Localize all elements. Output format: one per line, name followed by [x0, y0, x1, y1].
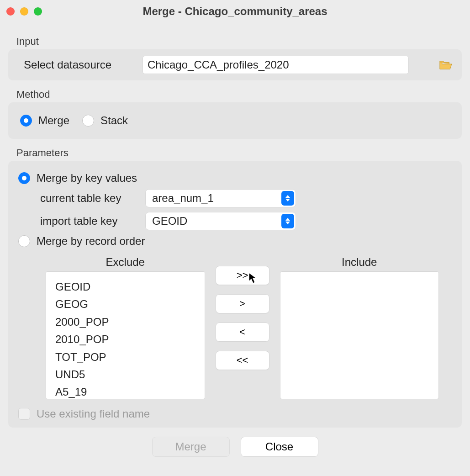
move-all-left-button[interactable]: <<	[216, 351, 269, 370]
maximize-window-icon[interactable]	[34, 7, 42, 16]
import-table-key-label: import table key	[40, 215, 136, 227]
minimize-window-icon[interactable]	[20, 7, 28, 16]
window-controls	[6, 7, 42, 16]
list-item[interactable]: TOT_POP	[55, 349, 195, 366]
list-item[interactable]: 2010_POP	[55, 331, 195, 348]
window-title: Merge - Chicago_community_areas	[0, 5, 470, 18]
use-existing-label: Use existing field name	[37, 407, 150, 420]
select-datasource-label: Select datasource	[24, 58, 133, 71]
exclude-header: Exclude	[46, 256, 205, 269]
close-window-icon[interactable]	[6, 7, 15, 16]
dialog-footer: Merge Close	[8, 437, 462, 457]
move-all-right-button[interactable]: >>	[216, 266, 269, 285]
list-item[interactable]: 2000_POP	[55, 313, 195, 331]
close-button[interactable]: Close	[241, 437, 318, 457]
select-stepper-icon	[281, 191, 294, 206]
import-table-key-value: GEOID	[152, 215, 187, 227]
method-merge-radio[interactable]	[20, 115, 32, 127]
move-right-button[interactable]: >	[216, 294, 269, 313]
list-item[interactable]: GEOG	[55, 296, 195, 313]
include-listbox[interactable]	[280, 271, 439, 399]
merge-by-key-radio[interactable]	[18, 172, 30, 184]
exclude-listbox[interactable]: GEOIDGEOG2000_POP2010_POPTOT_POPUND5A5_1…	[46, 271, 205, 399]
merge-button[interactable]: Merge	[152, 437, 230, 457]
include-header: Include	[280, 256, 439, 269]
input-panel: Select datasource	[8, 49, 462, 80]
merge-by-order-label: Merge by record order	[37, 235, 145, 248]
titlebar: Merge - Chicago_community_areas	[0, 0, 470, 23]
parameters-section-label: Parameters	[16, 147, 462, 159]
move-left-button[interactable]: <	[216, 323, 269, 342]
list-item[interactable]: A5_19	[55, 383, 195, 399]
datasource-input[interactable]	[143, 56, 409, 74]
method-panel: Merge Stack	[8, 102, 462, 139]
select-stepper-icon	[281, 214, 294, 228]
folder-open-icon	[439, 59, 452, 70]
import-table-key-select[interactable]: GEOID	[145, 212, 296, 230]
list-item[interactable]: UND5	[55, 366, 195, 383]
browse-folder-button[interactable]	[436, 56, 454, 74]
method-merge-label: Merge	[38, 114, 69, 127]
merge-by-order-radio[interactable]	[18, 235, 30, 247]
parameters-panel: Merge by key values current table key ar…	[8, 161, 462, 428]
method-stack-radio[interactable]	[82, 115, 94, 127]
current-table-key-label: current table key	[40, 192, 136, 205]
current-table-key-value: area_num_1	[152, 192, 214, 205]
input-section-label: Input	[16, 36, 462, 48]
method-stack-label: Stack	[100, 114, 128, 127]
merge-by-key-label: Merge by key values	[37, 172, 137, 185]
use-existing-checkbox[interactable]	[18, 408, 30, 420]
method-section-label: Method	[16, 89, 462, 100]
list-item[interactable]: GEOID	[55, 278, 195, 296]
current-table-key-select[interactable]: area_num_1	[145, 189, 296, 207]
